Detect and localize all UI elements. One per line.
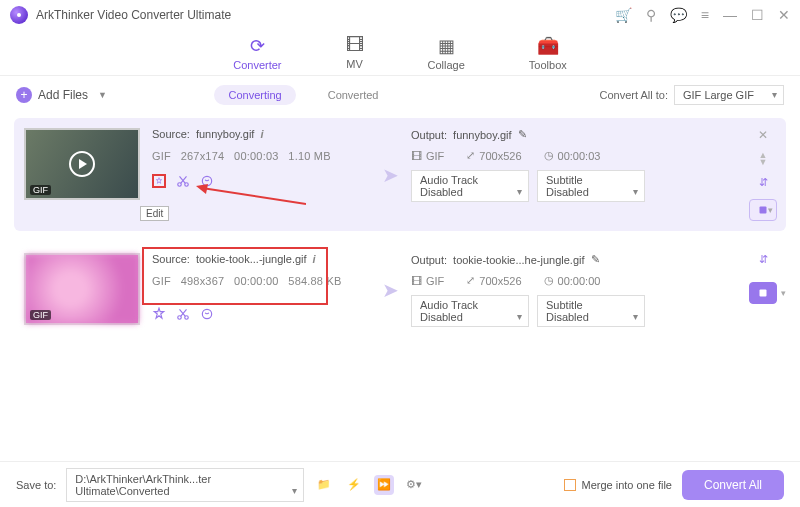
feedback-icon[interactable]: 💬: [670, 7, 687, 23]
convert-all-to-label: Convert All to:: [600, 89, 668, 101]
source-filename: funnyboy.gif: [196, 128, 255, 140]
edit-tool-icon[interactable]: [152, 174, 166, 188]
source-filesize: 584.88 KB: [288, 275, 341, 287]
tab-label: Converter: [233, 59, 281, 71]
title-bar: ArkThinker Video Converter Ultimate 🛒 ⚲ …: [0, 0, 800, 30]
thumbnail[interactable]: GIF: [24, 253, 140, 325]
tab-toolbox[interactable]: 🧰 Toolbox: [529, 35, 567, 71]
checkbox-icon: [564, 479, 576, 491]
source-label: Source:: [152, 128, 190, 140]
out-format: GIF: [426, 150, 444, 162]
merge-label: Merge into one file: [581, 479, 672, 491]
source-format: GIF: [152, 275, 171, 287]
toolbar: + Add Files ▼ Converting Converted Conve…: [0, 76, 800, 114]
segment-converted[interactable]: Converted: [314, 85, 393, 105]
convert-item-button[interactable]: [749, 282, 777, 304]
app-logo: [10, 6, 28, 24]
out-dims: 700x526: [479, 150, 521, 162]
clock-icon: ◷: [544, 274, 554, 287]
arrow-icon: ➤: [374, 278, 407, 302]
subtitle-select[interactable]: Subtitle Disabled: [537, 295, 645, 327]
footer: Save to: D:\ArkThinker\ArkThink...ter Ul…: [0, 461, 800, 507]
key-icon[interactable]: ⚲: [646, 7, 656, 23]
file-item[interactable]: GIF Source: tookie-took...-jungle.gif i …: [14, 243, 786, 337]
reorder-icon[interactable]: ▲▼: [759, 152, 768, 166]
settings-icon[interactable]: ⚙▾: [404, 475, 424, 495]
clock-icon: ◷: [544, 149, 554, 162]
converter-icon: ⟳: [250, 35, 265, 57]
open-folder-icon[interactable]: 📁: [314, 475, 334, 495]
main-tabs: ⟳ Converter 🎞 MV ▦ Collage 🧰 Toolbox: [0, 30, 800, 76]
source-dims: 267x174: [181, 150, 225, 162]
chevron-down-icon: ▼: [98, 90, 107, 100]
maximize-icon[interactable]: ☐: [751, 7, 764, 23]
add-files-label: Add Files: [38, 88, 88, 102]
info-icon[interactable]: i: [313, 253, 316, 265]
cut-tool-icon[interactable]: [176, 307, 190, 321]
close-icon[interactable]: ✕: [778, 7, 790, 23]
tab-label: Collage: [428, 59, 465, 71]
minimize-icon[interactable]: —: [723, 7, 737, 23]
source-dims: 498x367: [181, 275, 225, 287]
compress-icon[interactable]: ⇵: [759, 253, 768, 266]
svg-rect-3: [760, 207, 767, 214]
remove-item-icon[interactable]: ✕: [758, 128, 768, 142]
source-filename: tookie-took...-jungle.gif: [196, 253, 307, 265]
out-duration: 00:00:00: [558, 275, 601, 287]
output-filename: tookie-tookie...he-jungle.gif: [453, 254, 584, 266]
file-list: GIF Source: funnyboy.gif i GIF 267x174 0…: [0, 114, 800, 461]
source-duration: 00:00:03: [234, 150, 278, 162]
edit-tooltip: Edit: [140, 206, 169, 221]
out-format: GIF: [426, 275, 444, 287]
high-speed-icon[interactable]: ⏩: [374, 475, 394, 495]
tab-label: Toolbox: [529, 59, 567, 71]
tab-label: MV: [346, 58, 363, 70]
out-duration: 00:00:03: [558, 150, 601, 162]
app-title: ArkThinker Video Converter Ultimate: [36, 8, 231, 22]
source-format: GIF: [152, 150, 171, 162]
output-filename: funnyboy.gif: [453, 129, 512, 141]
audio-track-select[interactable]: Audio Track Disabled: [411, 170, 529, 202]
source-duration: 00:00:00: [234, 275, 278, 287]
tab-converter[interactable]: ⟳ Converter: [233, 35, 281, 71]
convert-item-button[interactable]: [749, 199, 777, 221]
file-item[interactable]: GIF Source: funnyboy.gif i GIF 267x174 0…: [14, 118, 786, 231]
merge-checkbox[interactable]: Merge into one file: [564, 479, 672, 491]
hw-accel-icon[interactable]: ⚡: [344, 475, 364, 495]
segment-converting[interactable]: Converting: [214, 85, 295, 105]
source-filesize: 1.10 MB: [288, 150, 330, 162]
plus-icon: +: [16, 87, 32, 103]
rename-icon[interactable]: ✎: [591, 253, 600, 266]
thumb-format-badge: GIF: [30, 310, 51, 320]
subtitle-select[interactable]: Subtitle Disabled: [537, 170, 645, 202]
cart-icon[interactable]: 🛒: [615, 7, 632, 23]
audio-track-select[interactable]: Audio Track Disabled: [411, 295, 529, 327]
out-dims: 700x526: [479, 275, 521, 287]
resize-icon: ⤢: [466, 274, 475, 287]
convert-all-button[interactable]: Convert All: [682, 470, 784, 500]
tab-mv[interactable]: 🎞 MV: [346, 35, 364, 70]
thumbnail[interactable]: GIF: [24, 128, 140, 200]
add-files-button[interactable]: + Add Files ▼: [16, 87, 107, 103]
mv-icon: 🎞: [346, 35, 364, 56]
resize-icon: ⤢: [466, 149, 475, 162]
arrow-icon: ➤: [374, 163, 407, 187]
output-label: Output:: [411, 129, 447, 141]
cut-tool-icon[interactable]: [176, 174, 190, 188]
compress-icon[interactable]: ⇵: [759, 176, 768, 189]
edit-tool-icon[interactable]: [152, 307, 166, 321]
film-icon: 🎞: [411, 275, 422, 287]
thumb-format-badge: GIF: [30, 185, 51, 195]
rename-icon[interactable]: ✎: [518, 128, 527, 141]
info-icon[interactable]: i: [260, 128, 263, 140]
output-label: Output:: [411, 254, 447, 266]
enhance-tool-icon[interactable]: [200, 307, 214, 321]
save-path-select[interactable]: D:\ArkThinker\ArkThink...ter Ultimate\Co…: [66, 468, 304, 502]
menu-icon[interactable]: ≡: [701, 7, 709, 23]
film-icon: 🎞: [411, 150, 422, 162]
tab-collage[interactable]: ▦ Collage: [428, 35, 465, 71]
convert-all-format-select[interactable]: GIF Large GIF: [674, 85, 784, 105]
toolbox-icon: 🧰: [537, 35, 559, 57]
enhance-tool-icon[interactable]: [200, 174, 214, 188]
saveto-label: Save to:: [16, 479, 56, 491]
